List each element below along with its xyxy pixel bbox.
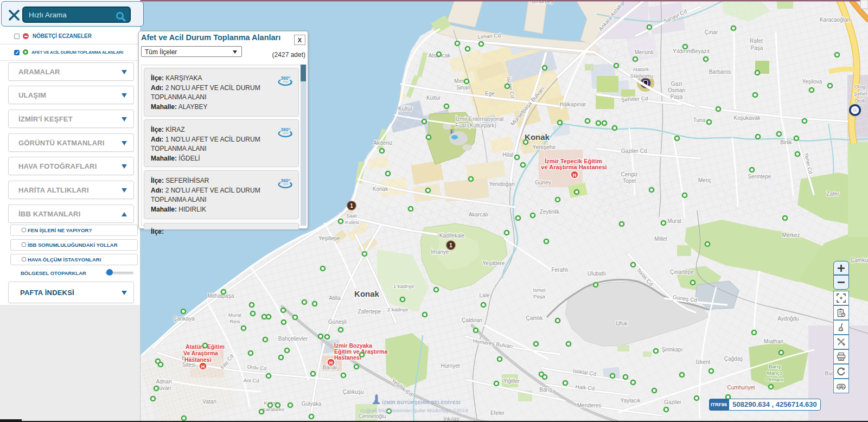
svg-text:Lale: Lale <box>480 292 490 298</box>
svg-text:Osman: Osman <box>668 87 685 93</box>
svg-text:Halkapınar: Halkapınar <box>560 101 586 107</box>
svg-text:Gülyaka: Gülyaka <box>302 401 322 407</box>
svg-text:Mıathan: Mıathan <box>764 338 783 344</box>
svg-text:Merkez: Merkez <box>782 232 800 238</box>
svg-text:Çankaya: Çankaya <box>173 316 195 322</box>
svg-text:Hürriyet: Hürriyet <box>441 363 459 369</box>
svg-text:İmariye: İmariye <box>431 248 449 255</box>
svg-text:Birlik: Birlik <box>780 139 793 145</box>
svg-text:Zafer: Zafer <box>826 191 839 197</box>
svg-text:YıldırımBeyazıt: YıldırımBeyazıt <box>673 48 710 54</box>
svg-text:Konak: Konak <box>373 186 388 192</box>
svg-text:Manço: Manço <box>767 370 783 376</box>
svg-text:Gaziler Cd.: Gaziler Cd. <box>621 148 648 154</box>
svg-text:Şehirl: Şehirl <box>854 91 867 97</box>
svg-text:Aydoğdu: Aydoğdu <box>777 316 799 322</box>
svg-text:Çamlık: Çamlık <box>526 315 543 321</box>
svg-text:H: H <box>573 172 577 178</box>
svg-text:Yeşiltepe: Yeşiltepe <box>318 235 341 241</box>
svg-text:Rafet: Rafet <box>750 38 763 44</box>
svg-text:Çalıkuşu: Çalıkuşu <box>343 389 364 395</box>
svg-text:İZMİR BÜYÜKŞEHİR BELEDİYESİ: İZMİR BÜYÜKŞEHİR BELEDİYESİ <box>382 400 461 405</box>
svg-text:Şirinkapı: Şirinkapı <box>662 347 683 353</box>
svg-text:Otob: Otob <box>854 98 866 104</box>
svg-text:Barış: Barış <box>539 387 552 393</box>
svg-text:Akarcalı: Akarcalı <box>469 212 488 218</box>
svg-text:360: 360 <box>839 385 844 388</box>
svg-text:Topel: Topel <box>623 178 636 184</box>
svg-text:Paşa: Paşa <box>671 94 683 100</box>
svg-text:Zeytinlik: Zeytinlik <box>540 209 560 215</box>
svg-text:Yeşilova: Yeşilova <box>802 79 822 85</box>
svg-text:İzkent: İzkent <box>696 359 711 365</box>
svg-text:Stadyumu: Stadyumu <box>630 73 654 79</box>
svg-text:Fuarı(Kültürpark): Fuarı(Kültürpark) <box>455 123 496 129</box>
svg-text:Kulesi: Kulesi <box>345 219 359 225</box>
svg-text:Güneşli: Güneşli <box>328 319 347 325</box>
svg-text:Paşa: Paşa <box>751 45 763 51</box>
svg-text:Konak: Konak <box>525 132 550 142</box>
svg-text:Yenişehir: Yenişehir <box>533 144 556 150</box>
svg-text:Hastanesi: Hastanesi <box>334 354 361 361</box>
svg-text:Zafertepe: Zafertepe <box>358 309 381 315</box>
svg-text:Gaziler: Gaziler <box>664 399 681 405</box>
svg-text:Ormanı: Ormanı <box>766 376 783 382</box>
svg-text:Ant Cd: Ant Cd <box>243 377 259 383</box>
svg-text:Otog: Otog <box>854 84 866 89</box>
svg-text:Ege: Ege <box>485 91 495 97</box>
svg-text:Koşukavak: Koşukavak <box>734 115 761 121</box>
svg-text:Murat: Murat <box>228 312 242 318</box>
svg-text:Güney: Güney <box>535 180 551 186</box>
svg-text:Serintepe: Serintepe <box>748 174 771 180</box>
svg-text:Atilla: Atilla <box>329 295 341 301</box>
svg-text:Ufuk: Ufuk <box>616 320 628 327</box>
svg-text:Çınartepe: Çınartepe <box>670 269 694 275</box>
svg-text:Çınar: Çınar <box>705 29 718 35</box>
svg-text:Cumhuriyet: Cumhuriyet <box>727 385 755 391</box>
svg-text:Cennetoğlu: Cennetoğlu <box>358 413 386 419</box>
svg-text:1 kadriye: 1 kadriye <box>393 283 414 289</box>
svg-text:H: H <box>329 360 333 366</box>
svg-text:Kültür: Kültür <box>426 95 441 101</box>
svg-text:ve Araştırma Hastanesi: ve Araştırma Hastanesi <box>541 164 607 170</box>
svg-text:Millet: Millet <box>654 236 667 242</box>
svg-text:Yiğitler: Yiğitler <box>503 378 520 384</box>
svg-text:Ve Araştırma: Ve Araştırma <box>183 350 218 356</box>
svg-text:Paşa: Paşa <box>533 293 545 299</box>
svg-text:Çamkul: Çamkul <box>851 257 868 263</box>
svg-text:Murat: Murat <box>667 218 681 224</box>
svg-text:Barbaros: Barbaros <box>709 69 731 75</box>
svg-text:Ulubatlı: Ulubatlı <box>588 271 606 277</box>
svg-text:Menderes: Menderes <box>577 402 601 408</box>
svg-text:F: F <box>450 129 454 135</box>
svg-text:Tuna: Tuna <box>693 117 706 123</box>
svg-text:Sinan: Sinan <box>456 85 470 91</box>
svg-text:Adnan: Adnan <box>156 379 172 385</box>
svg-text:Reis: Reis <box>229 318 240 324</box>
svg-text:Karacaoğlan: Karacaoğlan <box>820 17 850 23</box>
svg-text:Hastanesi: Hastanesi <box>184 356 212 363</box>
svg-text:Yenidoğan: Yenidoğan <box>489 181 515 187</box>
svg-text:Çaldıran: Çaldıran <box>462 317 482 323</box>
svg-text:Yaylacık: Yaylacık <box>620 398 641 404</box>
svg-text:Bahçelievler: Bahçelievler <box>278 336 308 342</box>
svg-text:Yeşildere: Yeşildere <box>483 260 505 266</box>
svg-text:Akdeniz: Akdeniz <box>373 140 393 146</box>
svg-text:İzmir Enternasyonal: İzmir Enternasyonal <box>456 116 503 122</box>
svg-text:Mithatpaşa: Mithatpaşa <box>208 293 234 299</box>
svg-text:Kültür: Kültür <box>398 106 413 112</box>
svg-text:1: 1 <box>449 242 452 248</box>
svg-text:Kadifekale: Kadifekale <box>439 233 465 239</box>
svg-text:Saat: Saat <box>346 213 357 219</box>
svg-text:VIEW: VIEW <box>283 183 288 186</box>
svg-text:Hilal: Hilal <box>502 152 513 158</box>
svg-text:1: 1 <box>350 203 353 209</box>
svg-text:Coğrafi Bilgi Sistemleri Şube: Coğrafi Bilgi Sistemleri Şube Müdürlüğü … <box>360 407 468 413</box>
svg-text:Çağdaş: Çağdaş <box>724 356 743 362</box>
svg-text:İsmet: İsmet <box>533 287 546 293</box>
svg-text:Ferahlı: Ferahlı <box>551 267 568 273</box>
svg-text:H: H <box>201 364 205 369</box>
svg-text:VIEW: VIEW <box>283 132 288 135</box>
svg-text:Karabekir: Karabekir <box>263 406 285 412</box>
svg-text:Konak: Konak <box>354 289 380 298</box>
